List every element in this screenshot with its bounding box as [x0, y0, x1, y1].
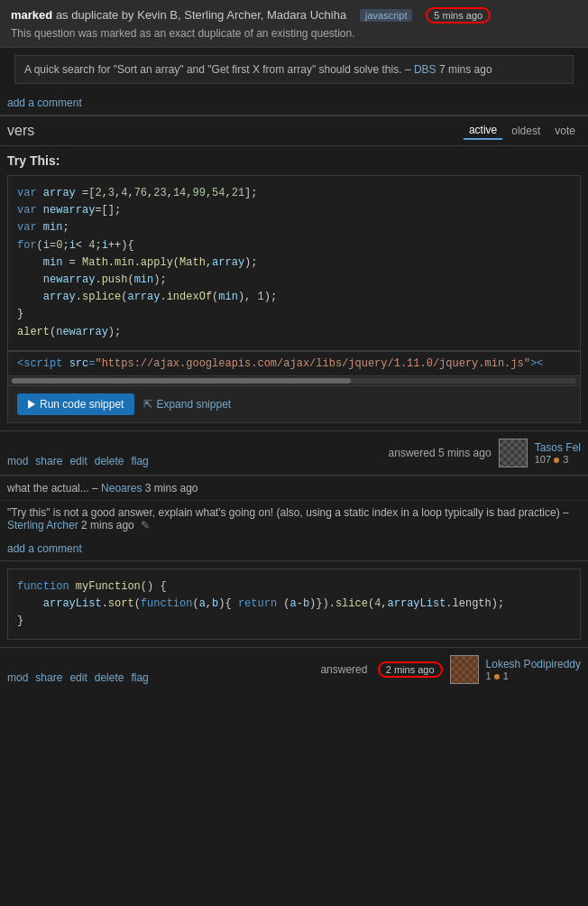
javascript-tag[interactable]: javascript: [360, 9, 412, 22]
comment-item-1: what the actual... – Neoares 3 mins ago: [0, 476, 588, 500]
code-line-2: var newarray=[];: [17, 202, 571, 219]
answers-title: vers: [7, 123, 34, 139]
edit-comment-icon[interactable]: ✎: [141, 519, 150, 532]
flag-link-2[interactable]: flag: [131, 671, 148, 684]
user-info-1: Tasos Fel 107 3: [535, 441, 581, 465]
code-line-6: newarray.push(min);: [17, 272, 571, 289]
scrollbar-thumb: [12, 378, 351, 384]
answer-2-actions: mod share edit delete flag: [7, 671, 149, 684]
user-rep-2: 1 1: [486, 670, 581, 681]
add-comment-link[interactable]: add a comment: [0, 91, 89, 115]
try-this-label: Try This:: [7, 153, 581, 168]
sort-tab-vote[interactable]: vote: [549, 123, 581, 139]
edit-link[interactable]: edit: [69, 455, 87, 467]
code-line-4: for(i=0;i< 4;i++){: [17, 237, 571, 254]
run-btn-label: Run code snippet: [40, 398, 124, 411]
mod-link-2[interactable]: mod: [7, 671, 28, 684]
snippet-toolbar: Run code snippet ⇱ Expand snippet: [7, 386, 581, 423]
comment-2-time: 2 mins ago: [81, 519, 134, 532]
flag-link[interactable]: flag: [131, 455, 148, 467]
sort-tab-oldest[interactable]: oldest: [506, 123, 546, 139]
comments-section: what the actual... – Neoares 3 mins ago …: [0, 476, 588, 537]
comment-text: A quick search for "Sort an array" and "…: [24, 63, 411, 76]
code2-line-2: arrayList.sort(function(a,b){ return (a-…: [17, 596, 571, 613]
comment-block: A quick search for "Sort an array" and "…: [14, 55, 574, 84]
duplicate-time-badge: 5 mins ago: [426, 7, 491, 23]
code-line-7: array.splice(array.indexOf(min), 1);: [17, 289, 571, 306]
delete-link[interactable]: delete: [95, 455, 124, 467]
edit-link-2[interactable]: edit: [69, 671, 87, 684]
share-link[interactable]: share: [35, 455, 62, 467]
answer-2-time-badge: 2 mins ago: [378, 661, 443, 678]
comment-1-text: what the actual... –: [7, 482, 98, 495]
comment-item-2: "Try this" is not a good answer, explain…: [0, 500, 588, 537]
answer-2-meta: mod share edit delete flag answered 2 mi…: [0, 647, 588, 691]
answers-header: vers active oldest vote: [0, 116, 588, 146]
code-block-1: var array =[2,3,4,76,23,14,99,54,21]; va…: [7, 175, 581, 351]
duplicate-title-line: marked as duplicate by Kevin B, Sterling…: [11, 7, 577, 23]
code2-line-3: }: [17, 613, 571, 630]
code-scrollbar[interactable]: [7, 375, 581, 386]
comment-2-user[interactable]: Sterling Archer: [7, 519, 78, 532]
comment-2-text: "Try this" is not a good answer, explain…: [7, 506, 569, 519]
duplicate-rest: as duplicate by Kevin B, Sterling Archer…: [56, 8, 346, 22]
sort-tabs: active oldest vote: [464, 122, 581, 140]
expand-icon: ⇱: [143, 398, 152, 411]
scrollbar-track: [12, 378, 576, 384]
code2-line-1: function myFunction() {: [17, 578, 571, 596]
sort-tab-active[interactable]: active: [464, 122, 502, 140]
answered-label-2: answered: [320, 663, 370, 676]
user-info-2: Lokesh Podipireddy 1 1: [486, 658, 581, 681]
comment-time: 7 mins ago: [439, 63, 492, 76]
marked-text: marked: [11, 8, 52, 22]
answer-2: function myFunction() { arrayList.sort(f…: [0, 561, 588, 648]
answer-2-info: answered 2 mins ago Lokesh Podipireddy 1…: [320, 655, 581, 684]
answer-1-info: answered 5 mins ago Tasos Fel 107 3: [389, 439, 581, 467]
mod-link[interactable]: mod: [7, 455, 28, 467]
duplicate-subtitle: This question was marked as an exact dup…: [11, 27, 577, 40]
expand-snippet-button[interactable]: ⇱ Expand snippet: [143, 398, 231, 411]
code-line-8: }: [17, 306, 571, 323]
code-line-9: alert(newarray);: [17, 324, 571, 341]
answer-1-actions: mod share edit delete flag: [7, 455, 149, 467]
comment-user-link[interactable]: DBS: [414, 63, 436, 76]
rep-dot-bronze-2: [494, 674, 500, 680]
share-link-2[interactable]: share: [35, 671, 62, 684]
comment-1-user[interactable]: Neoares: [101, 482, 142, 495]
run-code-button[interactable]: Run code snippet: [17, 393, 134, 415]
script-src-line: <script src="https://ajax.googleapis.com…: [7, 351, 581, 375]
code-line-5: min = Math.min.apply(Math,array);: [17, 254, 571, 272]
answered-label: answered 5 mins ago: [389, 447, 492, 459]
code-line-1: var array =[2,3,4,76,23,14,99,54,21];: [17, 185, 571, 202]
add-comment-link-2[interactable]: add a comment: [0, 537, 89, 560]
code-line-3: var min;: [17, 219, 571, 236]
answer-1-meta: mod share edit delete flag answered 5 mi…: [0, 430, 588, 475]
user-rep-1: 107 3: [535, 454, 581, 465]
rep-dot-bronze-1: [554, 458, 559, 463]
user-avatar-1: [499, 439, 528, 467]
delete-link-2[interactable]: delete: [95, 671, 124, 684]
user-avatar-2: [450, 655, 479, 684]
code-block-2: function myFunction() { arrayList.sort(f…: [7, 569, 581, 641]
duplicate-banner: marked as duplicate by Kevin B, Sterling…: [0, 0, 588, 48]
play-icon: [28, 400, 35, 409]
user-name-2[interactable]: Lokesh Podipireddy: [486, 658, 581, 670]
comment-1-time: 3 mins ago: [145, 482, 198, 495]
expand-btn-label: Expand snippet: [156, 398, 231, 411]
answer-1: Try This: var array =[2,3,4,76,23,14,99,…: [0, 146, 588, 430]
user-name-1[interactable]: Tasos Fel: [535, 441, 581, 454]
